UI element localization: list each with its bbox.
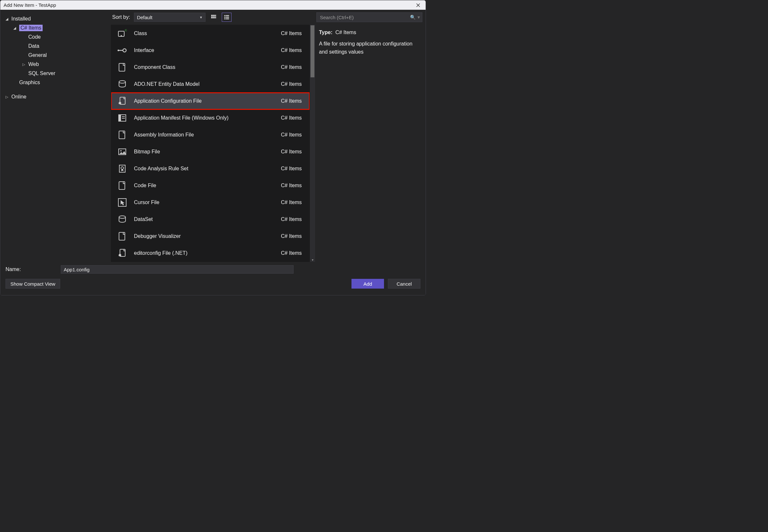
svg-point-27	[120, 150, 122, 151]
chevron-down-icon: ▼	[199, 16, 202, 19]
svg-point-15	[123, 49, 126, 52]
svg-rect-10	[224, 19, 225, 19]
svg-rect-7	[226, 15, 229, 16]
svg-rect-1	[213, 15, 215, 16]
window-title: Add New Item - TestApp	[4, 2, 414, 8]
template-category: C# Items	[281, 233, 302, 239]
tree-online[interactable]: ▷ Online	[6, 92, 106, 101]
template-icon	[116, 45, 128, 56]
template-name: Debugger Visualizer	[134, 233, 275, 239]
template-category: C# Items	[281, 132, 302, 138]
description-panel: Type: C# Items A file for storing applic…	[315, 25, 426, 60]
template-item[interactable]: ADO.NET Entity Data ModelC# Items	[111, 76, 309, 93]
svg-rect-11	[226, 19, 229, 19]
template-category: C# Items	[281, 200, 302, 205]
search-input[interactable]	[320, 15, 408, 20]
sort-by-label: Sort by:	[112, 14, 130, 20]
template-icon	[116, 230, 128, 242]
svg-rect-4	[215, 15, 216, 16]
type-value: C# Items	[335, 30, 356, 35]
svg-rect-8	[224, 17, 225, 18]
template-item[interactable]: Application Manifest File (Windows Only)…	[111, 110, 309, 126]
tree-graphics[interactable]: Graphics	[6, 78, 106, 87]
tree-data[interactable]: Data	[6, 42, 106, 51]
tree-web[interactable]: ▷ Web	[6, 60, 106, 69]
template-item[interactable]: Assembly Information FileC# Items	[111, 126, 309, 143]
chevron-down-icon: ◢	[13, 26, 17, 30]
template-category: C# Items	[281, 81, 302, 87]
svg-rect-5	[215, 17, 216, 18]
template-icon	[116, 163, 128, 175]
tree-general[interactable]: General	[6, 51, 106, 60]
template-item[interactable]: InterfaceC# Items	[111, 42, 309, 59]
cancel-button[interactable]: Cancel	[388, 279, 421, 289]
template-item[interactable]: Bitmap FileC# Items	[111, 143, 309, 160]
template-name: Cursor File	[134, 200, 275, 205]
template-item[interactable]: Debugger VisualizerC# Items	[111, 228, 309, 245]
template-icon	[116, 214, 128, 225]
name-label: Name:	[6, 266, 56, 272]
template-item[interactable]: Component ClassC# Items	[111, 59, 309, 76]
description-text: A file for storing application configura…	[319, 40, 422, 56]
close-icon[interactable]	[414, 1, 423, 9]
chevron-right-icon: ▷	[6, 95, 9, 99]
name-input[interactable]	[61, 265, 293, 274]
svg-rect-22	[119, 115, 121, 121]
svg-rect-33	[119, 232, 125, 240]
view-grid-icon[interactable]	[209, 13, 218, 22]
scroll-down-icon[interactable]: ▾	[310, 257, 315, 262]
template-category: C# Items	[281, 115, 302, 121]
tree-csharp-items[interactable]: ◢ C# Items	[6, 23, 106, 32]
template-icon: C#	[116, 28, 128, 39]
template-icon	[116, 247, 128, 259]
sort-toolbar: Sort by: Default ▼	[111, 10, 315, 25]
tree-installed[interactable]: ◢ Installed	[6, 14, 106, 23]
svg-point-32	[119, 216, 125, 218]
template-category: C# Items	[281, 250, 302, 256]
tree-sql-server[interactable]: SQL Server	[6, 69, 106, 78]
template-name: Application Manifest File (Windows Only)	[134, 115, 275, 121]
template-name: ADO.NET Entity Data Model	[134, 81, 275, 87]
svg-rect-2	[211, 17, 213, 18]
template-item[interactable]: Application Configuration FileC# Items	[111, 93, 309, 110]
add-button[interactable]: Add	[351, 279, 384, 289]
template-icon	[116, 180, 128, 191]
template-name: Code Analysis Rule Set	[134, 166, 275, 172]
svg-point-19	[119, 81, 125, 83]
template-name: Application Configuration File	[134, 98, 275, 104]
search-box[interactable]: 🔍 ▾	[316, 12, 423, 22]
template-name: Component Class	[134, 64, 275, 70]
svg-text:C#: C#	[125, 29, 127, 32]
tree-code[interactable]: Code	[6, 32, 106, 42]
template-icon	[116, 197, 128, 208]
template-item[interactable]: C#ClassC# Items	[111, 25, 309, 42]
template-name: Code File	[134, 183, 275, 188]
scrollbar-thumb[interactable]	[310, 25, 314, 77]
template-name: Class	[134, 31, 275, 36]
template-item[interactable]: Cursor FileC# Items	[111, 194, 309, 211]
template-icon	[116, 146, 128, 158]
template-item[interactable]: Code FileC# Items	[111, 177, 309, 194]
template-name: Bitmap File	[134, 149, 275, 155]
svg-point-14	[121, 35, 122, 36]
search-icon[interactable]: 🔍	[410, 15, 416, 20]
svg-rect-25	[119, 131, 125, 139]
svg-rect-0	[211, 15, 213, 16]
template-category: C# Items	[281, 216, 302, 222]
svg-rect-9	[226, 17, 229, 18]
svg-rect-6	[224, 15, 225, 16]
scrollbar[interactable]: ▾	[310, 25, 315, 262]
template-item[interactable]: editorconfig File (.NET)C# Items	[111, 245, 309, 262]
bottom-bar: Name: Show Compact View Add Cancel	[0, 262, 426, 295]
svg-rect-18	[119, 63, 125, 71]
view-list-icon[interactable]	[222, 13, 231, 22]
template-item[interactable]: DataSetC# Items	[111, 211, 309, 228]
template-icon	[116, 129, 128, 141]
template-item[interactable]: Code Analysis Rule SetC# Items	[111, 160, 309, 177]
sort-by-dropdown[interactable]: Default ▼	[134, 13, 205, 22]
show-compact-view-button[interactable]: Show Compact View	[6, 279, 60, 289]
template-name: Assembly Information File	[134, 132, 275, 138]
template-category: C# Items	[281, 166, 302, 172]
template-icon	[116, 95, 128, 107]
svg-rect-28	[119, 165, 125, 172]
